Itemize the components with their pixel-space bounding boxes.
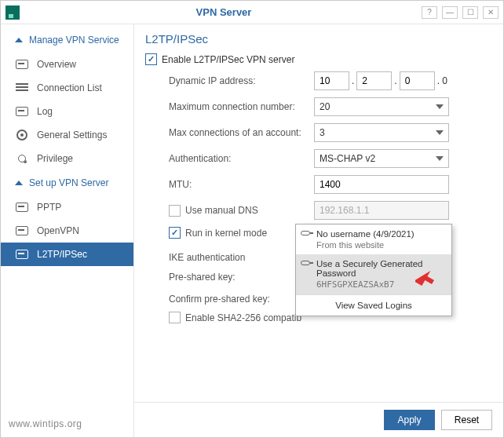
section-label: Manage VPN Service [29, 35, 119, 46]
gear-icon [15, 130, 29, 141]
mtu-label: MTU: [169, 179, 314, 190]
sha256-checkbox[interactable]: ✓ [169, 312, 181, 323]
log-icon [15, 106, 29, 117]
reset-button[interactable]: Reset [441, 410, 492, 430]
pptp-icon [15, 202, 29, 213]
max-conn-select[interactable]: 20 [314, 97, 449, 116]
sidebar-item-label: Privilege [37, 153, 73, 164]
l2tp-icon [15, 249, 29, 260]
psk-label: Pre-shared key: [169, 272, 314, 283]
key-icon [301, 231, 310, 235]
sidebar-item-openvpn[interactable]: OpenVPN [1, 219, 133, 243]
manual-dns-input [314, 201, 449, 220]
auth-value: MS-CHAP v2 [320, 153, 375, 164]
max-acc-value: 3 [320, 127, 325, 138]
max-conn-label: Maximum connection number: [169, 101, 314, 112]
enable-l2tp-checkbox[interactable]: ✓ [145, 53, 157, 65]
annotation-arrow [415, 268, 436, 290]
sidebar-item-privilege[interactable]: Privilege [1, 147, 133, 170]
sidebar-section-setup[interactable]: Set up VPN Server [1, 170, 133, 195]
window-title: VPN Server [26, 6, 422, 18]
max-acc-label: Max connections of an account: [169, 127, 314, 138]
sidebar-item-label: General Settings [37, 130, 107, 141]
saved-login-title: No username (4/9/2021) [316, 229, 444, 239]
chevron-up-icon [15, 38, 23, 42]
sha256-label: Enable SHA2-256 compatib [185, 312, 301, 323]
auth-label: Authentication: [169, 153, 314, 164]
enable-l2tp-label: Enable L2TP/IPSec VPN server [162, 54, 294, 65]
close-button[interactable]: ✕ [483, 6, 499, 19]
sidebar-section-manage[interactable]: Manage VPN Service [1, 27, 133, 53]
connection-list-icon [15, 82, 29, 93]
view-saved-logins-link[interactable]: View Saved Logins [296, 294, 451, 316]
dynip-octet-3-input[interactable] [400, 71, 435, 90]
dynamic-ip-label: Dynamic IP address: [169, 75, 314, 86]
auth-select[interactable]: MS-CHAP v2 [314, 149, 449, 168]
maximize-button[interactable]: ☐ [462, 6, 478, 19]
kernel-mode-label: Run in kernel mode [185, 228, 267, 239]
sidebar: Manage VPN Service Overview Connection L… [1, 24, 134, 437]
page-title: L2TP/IPSec [145, 29, 492, 53]
sidebar-item-label: OpenVPN [37, 225, 79, 236]
kernel-mode-checkbox[interactable]: ✓ [169, 227, 181, 239]
chevron-down-icon [436, 156, 444, 161]
sidebar-item-label: PPTP [37, 202, 61, 213]
manual-dns-checkbox[interactable]: ✓ [169, 205, 181, 217]
app-icon [5, 5, 20, 20]
openvpn-icon [15, 225, 29, 236]
sidebar-item-label: Connection List [37, 82, 102, 93]
sidebar-item-overview[interactable]: Overview [1, 53, 133, 76]
sidebar-item-connection-list[interactable]: Connection List [1, 76, 133, 100]
manual-dns-label: Use manual DNS [185, 205, 258, 216]
titlebar: VPN Server ? — ☐ ✕ [1, 1, 503, 24]
dynip-suffix: . 0 [437, 75, 447, 86]
vpn-server-window: VPN Server ? — ☐ ✕ Manage VPN Service Ov… [0, 0, 504, 438]
max-conn-value: 20 [320, 101, 330, 112]
sidebar-item-label: L2TP/IPSec [37, 249, 87, 260]
chevron-up-icon [15, 181, 23, 185]
saved-login-item[interactable]: No username (4/9/2021) From this website [296, 224, 451, 254]
confirm-psk-label: Confirm pre-shared key: [169, 294, 314, 305]
privilege-icon [15, 153, 29, 164]
sidebar-item-pptp[interactable]: PPTP [1, 195, 133, 219]
apply-button[interactable]: Apply [384, 410, 435, 430]
chevron-down-icon [436, 104, 444, 109]
sidebar-item-log[interactable]: Log [1, 100, 133, 123]
sidebar-item-label: Overview [37, 59, 76, 70]
dynip-octet-2-input[interactable] [356, 71, 392, 90]
mtu-input[interactable] [314, 175, 449, 194]
key-icon [301, 261, 310, 265]
saved-login-subtitle: From this website [316, 240, 444, 250]
footer: Apply Reset [134, 402, 503, 437]
dynip-octet-1-input[interactable] [314, 71, 349, 90]
minimize-button[interactable]: — [442, 6, 458, 19]
sidebar-item-general-settings[interactable]: General Settings [1, 123, 133, 147]
sidebar-item-l2tp[interactable]: L2TP/IPSec [1, 243, 133, 266]
help-button[interactable]: ? [422, 6, 437, 19]
sidebar-item-label: Log [37, 106, 53, 117]
watermark-left: www.wintips.org [9, 418, 82, 429]
overview-icon [15, 59, 29, 70]
chevron-down-icon [436, 130, 444, 135]
max-acc-select[interactable]: 3 [314, 123, 449, 142]
section-label: Set up VPN Server [29, 177, 108, 188]
